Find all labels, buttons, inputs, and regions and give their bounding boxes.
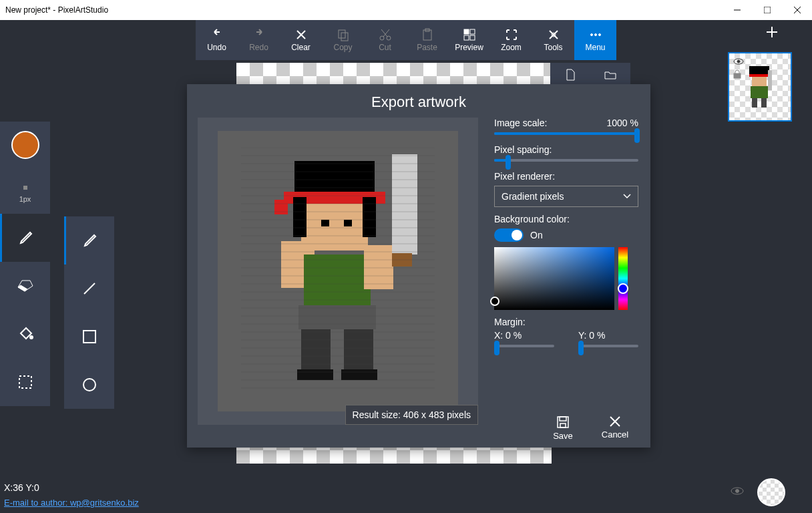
svg-rect-11 [470, 29, 475, 34]
svg-point-36 [736, 490, 739, 493]
dialog-title: Export artwork [187, 84, 650, 118]
pencil-tool[interactable] [0, 214, 50, 262]
dropdown-value: Gradient pixels [501, 191, 564, 202]
toolbar-zoom[interactable]: Zoom [490, 20, 532, 60]
draw-circle[interactable] [64, 361, 114, 409]
file-tab-document[interactable] [550, 63, 590, 87]
toolbar-copy: Copy [322, 20, 364, 60]
image-scale-label: Image scale: [494, 118, 547, 128]
preview-image [218, 131, 458, 411]
svg-point-20 [30, 336, 33, 339]
export-controls: Image scale:1000 % Pixel spacing: Pixel … [494, 118, 638, 425]
status-coordinates: X:36 Y:0 [4, 482, 39, 493]
svg-rect-12 [464, 35, 469, 40]
eraser-tool[interactable] [0, 262, 50, 310]
svg-rect-43 [321, 220, 329, 226]
layer-art-icon [740, 63, 780, 110]
color-hue-slider[interactable] [618, 247, 628, 310]
draw-rect[interactable] [64, 313, 114, 361]
toolbar-clear[interactable]: Clear [280, 20, 322, 60]
svg-rect-41 [293, 197, 307, 237]
bg-color-swatch[interactable] [757, 478, 785, 506]
svg-rect-48 [392, 154, 417, 254]
svg-rect-10 [464, 29, 469, 34]
svg-rect-4 [339, 30, 345, 38]
save-icon [556, 415, 570, 429]
toolbar-menu[interactable]: Menu [574, 20, 616, 60]
layer-visible-icon[interactable] [733, 56, 744, 68]
svg-point-24 [83, 379, 95, 391]
bg-color-label: Background color: [494, 214, 638, 224]
bg-color-toggle[interactable] [494, 228, 524, 242]
svg-point-16 [594, 34, 596, 36]
pixel-spacing-slider[interactable] [494, 159, 638, 162]
svg-rect-13 [470, 35, 475, 40]
toolbar-redo: Redo [238, 20, 280, 60]
svg-rect-50 [298, 305, 376, 329]
svg-rect-44 [344, 220, 352, 226]
maximize-button[interactable] [752, 0, 782, 20]
margin-x-label: X: 0 % [494, 330, 554, 341]
svg-rect-57 [560, 423, 566, 428]
svg-point-17 [598, 34, 600, 36]
margin-y-label: Y: 0 % [578, 330, 638, 341]
left-toolbox: 1px [0, 122, 50, 406]
svg-rect-46 [304, 254, 371, 305]
svg-rect-30 [752, 77, 767, 86]
margin-y-slider[interactable] [578, 345, 638, 347]
artwork-preview-icon [241, 148, 435, 395]
svg-rect-42 [363, 197, 376, 237]
secondary-color-dot[interactable] [23, 186, 27, 190]
color-satval-picker[interactable] [494, 247, 614, 310]
save-button[interactable]: Save [546, 415, 580, 441]
close-button[interactable] [782, 0, 812, 20]
file-tab-open[interactable] [590, 63, 630, 87]
cancel-button[interactable]: Cancel [598, 415, 632, 441]
svg-rect-23 [83, 331, 95, 343]
shape-toolbox [64, 216, 114, 409]
toolbar-tools[interactable]: Tools [532, 20, 574, 60]
toolbar-paste: Paste [406, 20, 448, 60]
svg-rect-37 [294, 161, 375, 194]
margin-x-slider[interactable] [494, 345, 554, 347]
export-dialog: Export artwork [187, 84, 650, 448]
svg-rect-54 [341, 369, 377, 380]
fill-tool[interactable] [0, 310, 50, 358]
draw-line[interactable] [64, 265, 114, 313]
svg-rect-51 [301, 329, 331, 372]
svg-rect-53 [297, 369, 333, 380]
pixel-renderer-dropdown[interactable]: Gradient pixels [494, 186, 638, 207]
close-icon [609, 415, 621, 428]
svg-rect-29 [749, 74, 769, 77]
layer-thumbnail[interactable] [728, 52, 792, 122]
file-tabs [550, 63, 630, 87]
svg-rect-39 [274, 200, 288, 214]
toolbar-preview[interactable]: Preview [448, 20, 490, 60]
svg-rect-21 [19, 376, 31, 388]
brush-size-label: 1px [19, 195, 31, 203]
primary-color-swatch[interactable] [11, 131, 39, 159]
pixel-spacing-label: Pixel spacing: [494, 144, 552, 155]
svg-point-15 [590, 34, 592, 36]
add-layer-button[interactable] [765, 25, 779, 41]
svg-rect-52 [344, 329, 373, 372]
minimize-button[interactable] [722, 0, 752, 20]
svg-rect-27 [734, 73, 741, 78]
export-preview: Result size: 406 x 483 pixels [198, 118, 478, 425]
title-bar: New project* - PixelArtStudio [0, 0, 812, 20]
chevron-down-icon [623, 194, 631, 199]
toggle-state: On [530, 230, 543, 240]
select-tool[interactable] [0, 358, 50, 406]
image-scale-value: 1000 % [607, 118, 638, 128]
svg-point-26 [737, 60, 740, 63]
result-size-label: Result size: 406 x 483 pixels [345, 405, 478, 425]
draw-pencil[interactable] [64, 216, 114, 265]
layer-lock-icon[interactable] [733, 69, 741, 81]
svg-rect-28 [749, 66, 769, 75]
author-email-link[interactable]: E-mail to author: wp@gritsenko.biz [4, 498, 139, 508]
toolbar-undo[interactable]: Undo [196, 20, 238, 60]
image-scale-slider[interactable] [494, 132, 638, 135]
svg-rect-32 [752, 98, 757, 108]
visibility-icon[interactable] [731, 486, 744, 498]
svg-rect-5 [341, 33, 348, 41]
